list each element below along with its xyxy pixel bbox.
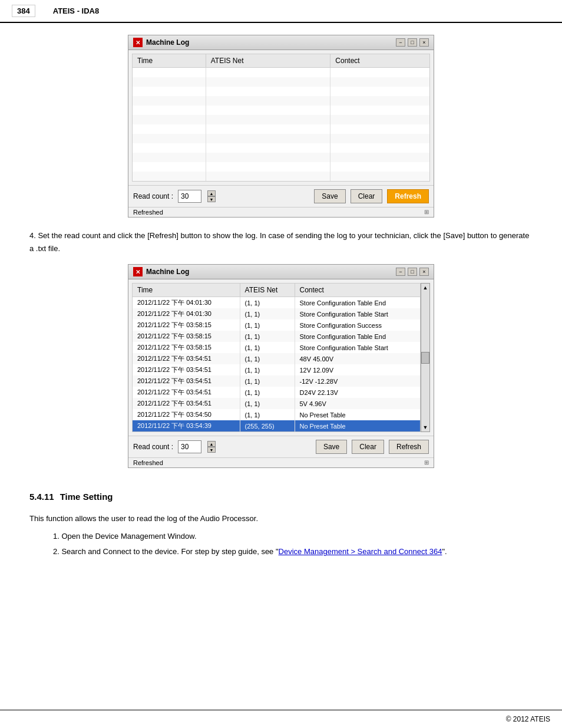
row-net: (1, 1)	[240, 297, 295, 309]
save-button-1[interactable]: Save	[314, 189, 345, 203]
row-content: D24V 22.13V	[295, 387, 420, 398]
spin-up-1[interactable]: ▲	[207, 190, 216, 196]
window-footer-1: Read count : ▲ ▼ Save Clear Refresh	[128, 185, 434, 207]
row-time: 2012/11/22 下午 04:01:30	[133, 297, 240, 309]
minimize-button-1[interactable]: −	[396, 38, 405, 47]
window-controls-2: − □ ×	[396, 268, 429, 276]
row-net: (1, 1)	[240, 364, 295, 375]
window-title-text-1: Machine Log	[146, 38, 189, 47]
status-text-2: Refreshed	[133, 459, 163, 466]
clear-button-1[interactable]: Clear	[351, 189, 383, 203]
window-title-1: ✕ Machine Log	[133, 38, 189, 47]
row-content: Store Configuration Table End	[295, 297, 420, 309]
step-4-text: 4. Set the read count and click the [Ref…	[29, 229, 533, 255]
row-time: 2012/11/22 下午 03:54:50	[133, 409, 240, 420]
col-time-1: Time	[133, 54, 206, 68]
log-area-2: Time ATEIS Net Contect 2012/11/22 下午 04:…	[132, 283, 430, 432]
table-row[interactable]: 2012/11/22 下午 03:58:15 (1, 1) Store Conf…	[133, 331, 420, 342]
window-footer-2: Read count : ▲ ▼ Save Clear Refresh	[128, 436, 434, 457]
window-titlebar-2: ✕ Machine Log − □ ×	[128, 265, 434, 279]
status-bar-1: Refreshed ⊞	[128, 207, 434, 217]
row-time: 2012/11/22 下午 03:54:51	[133, 364, 240, 375]
refresh-button-1[interactable]: Refresh	[387, 189, 429, 203]
step-list: 1. Open the Device Management Window. 2.…	[41, 530, 533, 558]
maximize-button-1[interactable]: □	[408, 38, 417, 47]
row-net: (1, 1)	[240, 308, 295, 319]
row-time: 2012/11/22 下午 03:54:51	[133, 387, 240, 398]
table-row[interactable]: 2012/11/22 下午 03:54:50 (1, 1) No Preset …	[133, 409, 420, 420]
read-count-label-1: Read count :	[133, 192, 173, 200]
row-time: 2012/11/22 下午 03:54:51	[133, 398, 240, 409]
window-icon-2: ✕	[133, 267, 143, 276]
link-device-mgmt[interactable]: Device Management > Search and Connect 3…	[279, 547, 442, 556]
maximize-button-2[interactable]: □	[408, 268, 417, 276]
row-net: (1, 1)	[240, 409, 295, 420]
status-bar-2: Refreshed ⊞	[128, 457, 434, 467]
scrollbar-2[interactable]: ▲ ▼	[421, 283, 430, 432]
scroll-up-2[interactable]: ▲	[422, 284, 429, 292]
row-content: Store Configuration Table End	[295, 331, 420, 342]
row-content: Store Configuration Table Start	[295, 342, 420, 353]
row-content: 5V 4.96V	[295, 398, 420, 409]
window-title-2: ✕ Machine Log	[133, 267, 189, 276]
row-content: 48V 45.00V	[295, 353, 420, 364]
row-net: (1, 1)	[240, 398, 295, 409]
table-row[interactable]: 2012/11/22 下午 03:54:39 (255, 255) No Pre…	[133, 420, 420, 431]
section-5411: 5.4.11 Time Setting This function allows…	[29, 480, 533, 558]
table-row[interactable]: 2012/11/22 下午 03:54:51 (1, 1) D24V 22.13…	[133, 387, 420, 398]
row-time: 2012/11/22 下午 03:58:15	[133, 342, 240, 353]
close-button-2[interactable]: ×	[419, 268, 429, 276]
log-table-2: Time ATEIS Net Contect 2012/11/22 下午 04:…	[133, 284, 420, 431]
row-time: 2012/11/22 下午 03:54:51	[133, 375, 240, 387]
table-row[interactable]: 2012/11/22 下午 03:54:51 (1, 1) 12V 12.09V	[133, 364, 420, 375]
read-count-input-1[interactable]	[178, 190, 201, 203]
content: ✕ Machine Log − □ × Time ATEIS Net Conte…	[0, 35, 562, 581]
minimize-button-2[interactable]: −	[396, 268, 405, 276]
page-header: 384 ATEIS - IDA8	[0, 0, 562, 23]
section-heading: Time Setting	[60, 492, 113, 502]
close-button-1[interactable]: ×	[419, 38, 429, 47]
status-text-1: Refreshed	[133, 209, 163, 216]
window-title-text-2: Machine Log	[146, 268, 189, 276]
copyright: © 2012 ATEIS	[506, 715, 550, 723]
row-time: 2012/11/22 下午 04:01:30	[133, 308, 240, 319]
table-row[interactable]: 2012/11/22 下午 03:54:51 (1, 1) 5V 4.96V	[133, 398, 420, 409]
page-number: 384	[12, 5, 35, 17]
log-table-container-2: Time ATEIS Net Contect 2012/11/22 下午 04:…	[132, 283, 421, 432]
row-content: No Preset Table	[295, 409, 420, 420]
scroll-thumb-2[interactable]	[421, 352, 429, 364]
scroll-down-2[interactable]: ▼	[422, 423, 429, 431]
row-time: 2012/11/22 下午 03:54:39	[133, 420, 240, 431]
col-content-2: Contect	[295, 284, 420, 297]
save-button-2[interactable]: Save	[316, 440, 347, 454]
col-time-2: Time	[133, 284, 240, 297]
table-row[interactable]: 2012/11/22 下午 03:54:51 (1, 1) 48V 45.00V	[133, 353, 420, 364]
row-net: (1, 1)	[240, 353, 295, 364]
row-net: (1, 1)	[240, 342, 295, 353]
page-footer: © 2012 ATEIS	[0, 710, 562, 728]
table-row[interactable]: 2012/11/22 下午 03:58:15 (1, 1) Store Conf…	[133, 342, 420, 353]
machine-log-window-2: ✕ Machine Log − □ × Time ATEIS Net Conte…	[128, 264, 434, 468]
spin-down-2[interactable]: ▼	[207, 447, 216, 453]
table-row[interactable]: 2012/11/22 下午 04:01:30 (1, 1) Store Conf…	[133, 308, 420, 319]
clear-button-2[interactable]: Clear	[352, 440, 384, 454]
step-2-text: 2. Search and Connect to the device. For…	[53, 545, 533, 558]
table-row[interactable]: 2012/11/22 下午 03:54:51 (1, 1) -12V -12.2…	[133, 375, 420, 387]
status-icon-1: ⊞	[424, 209, 429, 216]
row-net: (1, 1)	[240, 387, 295, 398]
status-icon-2: ⊞	[424, 459, 429, 466]
spin-down-1[interactable]: ▼	[207, 196, 216, 202]
row-content: Store Configuration Table Start	[295, 308, 420, 319]
spin-up-2[interactable]: ▲	[207, 441, 216, 447]
log-table-container-1: Time ATEIS Net Contect	[132, 54, 430, 182]
row-content: 12V 12.09V	[295, 364, 420, 375]
table-row[interactable]: 2012/11/22 下午 03:58:15 (1, 1) Store Conf…	[133, 319, 420, 331]
window-controls-1: − □ ×	[396, 38, 429, 47]
refresh-button-2[interactable]: Refresh	[389, 440, 429, 454]
step-1: 1. Open the Device Management Window. 2.…	[53, 530, 533, 558]
row-content: No Preset Table	[295, 420, 420, 431]
row-content: -12V -12.28V	[295, 375, 420, 387]
read-count-input-2[interactable]	[178, 440, 201, 453]
col-net-2: ATEIS Net	[240, 284, 295, 297]
table-row[interactable]: 2012/11/22 下午 04:01:30 (1, 1) Store Conf…	[133, 297, 420, 309]
